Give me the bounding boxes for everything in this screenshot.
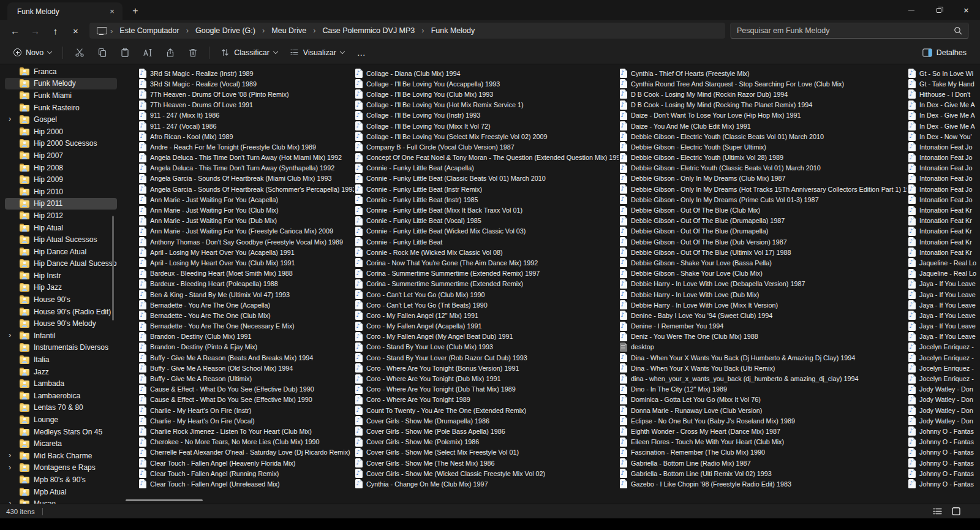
file-item[interactable]: Ann Marie - Just Waiting For You (Club M… xyxy=(138,205,354,215)
file-item[interactable]: Bernadette - You Are The One (Club Mix) xyxy=(138,310,354,320)
file-item[interactable]: Eclipse - No One But You (Baby J's Rosel… xyxy=(619,415,907,426)
file-item[interactable]: April - Losing My Heart Over You (Acapel… xyxy=(138,247,354,257)
up-button[interactable]: ↑ xyxy=(45,22,66,39)
file-item[interactable]: Intonation Feat Jo xyxy=(907,163,980,173)
file-item[interactable]: Angela Garcia - Sounds Of Heartbreak (Sc… xyxy=(138,184,354,194)
file-item[interactable]: In Dex - Give Me A xyxy=(907,110,980,121)
file-item[interactable]: Gazebo - I Like Chopin '98 (Freestyle Ra… xyxy=(619,479,907,489)
file-item[interactable]: Corina - Summertime Summertime (Extended… xyxy=(354,268,619,279)
file-item[interactable]: Angela Deluca - This Time Don't Turn Awa… xyxy=(138,153,354,163)
file-item[interactable]: Collage - I'll Be Loving You (Instr) 199… xyxy=(354,110,619,121)
file-item[interactable]: Ann Marie - Just Waiting For You (Acapel… xyxy=(138,194,354,205)
file-item[interactable]: Jocelyn Enriquez - xyxy=(907,363,980,373)
new-button[interactable]: Novo xyxy=(7,44,58,62)
sidebar-item-gospel[interactable]: ›Gospel xyxy=(5,113,117,126)
file-item[interactable]: Debbie Gibson - Electric Youth (Classic … xyxy=(619,131,907,142)
file-item[interactable]: Cynthia - Thief Of Hearts (Freestyle Mix… xyxy=(619,68,907,78)
chevron-right-icon[interactable]: › xyxy=(9,450,11,460)
file-item[interactable]: Anthony Thomas - Don't Say Goodbye (Free… xyxy=(138,237,354,247)
file-item[interactable]: Connie - Funky Little Beat (Classic Beat… xyxy=(354,173,619,184)
file-item[interactable]: Company B - Full Circle (Vocal Club Vers… xyxy=(354,142,619,152)
file-item[interactable]: Cherrelle Feat Alexander O'neal - Saturd… xyxy=(138,447,354,458)
file-item[interactable]: Clear Touch - Fallen Angel (Unreleased M… xyxy=(138,479,354,489)
file-item[interactable]: 7Th Heaven - Drums Of Love '08 (Pinto Re… xyxy=(138,89,354,99)
file-item[interactable]: Connie - Funky Little Beat xyxy=(354,237,619,247)
sidebar-item-hip-dance-atual-sucessos[interactable]: Hip Dance Atual Sucessos xyxy=(5,258,117,270)
file-item[interactable]: Cynthia Round Tree And Starquest - Stop … xyxy=(619,78,907,89)
file-item[interactable]: Intonation Feat Jo xyxy=(907,173,980,184)
sidebar-item-funk-miami[interactable]: Funk Miami xyxy=(5,89,117,102)
file-item[interactable]: Brandon - Destiny (Pinto & Ejay Mix) xyxy=(138,342,354,352)
sidebar-item-lambaerobica[interactable]: Lambaerobica xyxy=(5,390,117,402)
file-item[interactable]: Cover Girls - Show Me (The Nest Mix) 198… xyxy=(354,458,619,468)
file-item[interactable]: Cover Girls - Show Me (Polemix) 1986 xyxy=(354,437,619,447)
breadcrumb[interactable]: › Este Computador›Google Drive (G:)›Meu … xyxy=(89,23,725,39)
file-item[interactable]: Coro - Can't Let You Go (Tnt Beats) 1990 xyxy=(354,300,619,310)
sidebar-item-mpb-atual[interactable]: Mpb Atual xyxy=(5,486,117,498)
chevron-right-icon[interactable]: › xyxy=(9,114,11,123)
file-item[interactable]: Collage - I'll Be Loving You (Mixx It Vo… xyxy=(354,121,619,131)
file-item[interactable]: In Dex - Give Me A xyxy=(907,100,980,110)
thumbnail-view-icon[interactable] xyxy=(952,507,960,515)
file-item[interactable]: Corina - Now That You're Gone (The Aim D… xyxy=(354,257,619,268)
file-item[interactable]: Jody Watley - Don xyxy=(907,384,980,395)
sidebar-item-hip-2008[interactable]: Hip 2008 xyxy=(5,162,117,174)
file-item[interactable]: Intonation Feat Kr xyxy=(907,216,980,226)
file-item[interactable]: Cause & Effect - What Do You See (Effect… xyxy=(138,395,354,405)
file-item[interactable]: Johnny O - Fantas xyxy=(907,447,980,458)
cut-button[interactable] xyxy=(68,44,91,62)
file-item[interactable]: Coro - My Fallen Angel (My Angel Beat Du… xyxy=(354,331,619,342)
file-item[interactable]: Connie - Funky Little Beat (Acapella) xyxy=(354,163,619,173)
file-item[interactable]: Clear Touch - Fallen Angel (Heavenly Flo… xyxy=(138,458,354,468)
file-item[interactable]: Clear Touch - Fallen Angel (Running Remi… xyxy=(138,468,354,479)
sidebar-item-hip-2000[interactable]: Hip 2000 xyxy=(5,126,117,138)
details-pane-button[interactable]: Detalhes xyxy=(916,44,973,62)
file-item[interactable]: Coro - Can't Let You Go (Club Mix) 1990 xyxy=(354,289,619,300)
sidebar-item-hip-dance-atual[interactable]: Hip Dance Atual xyxy=(5,246,117,258)
file-item[interactable]: Concept Of One Feat Noel & Tony Moran - … xyxy=(354,153,619,163)
file-item[interactable]: Coro - Stand By Your Love (Club Mix) 199… xyxy=(354,342,619,352)
chevron-right-icon[interactable]: › xyxy=(9,330,11,339)
file-item[interactable]: Angela Garcia - Sounds Of Heartbreak (Mi… xyxy=(138,173,354,184)
file-item[interactable]: Debbie Gibson - Only In My Dreams (Prime… xyxy=(619,194,907,205)
sidebar-item-hip-2010[interactable]: Hip 2010 xyxy=(5,186,117,198)
sidebar-item-montagens-e-raps[interactable]: ›Montagens e Raps xyxy=(5,462,117,474)
file-item[interactable]: desktop xyxy=(619,342,907,352)
breadcrumb-item[interactable]: Case Polemmico DVJ MP3 xyxy=(318,26,420,35)
search-input[interactable] xyxy=(737,26,954,35)
details-view-icon[interactable] xyxy=(933,507,942,515)
file-item[interactable]: Charlie - My Heart's On Fire (Vocal) xyxy=(138,415,354,426)
file-item[interactable]: Fascination - Remember (The Club Mix) 19… xyxy=(619,447,907,458)
forward-button[interactable]: → xyxy=(25,22,45,39)
file-item[interactable]: Ben & King - Stand By Me (Ultimix Vol 47… xyxy=(138,289,354,300)
file-item[interactable]: D B Cook - Losing My Mind (Rocking The P… xyxy=(619,100,907,110)
file-item[interactable]: Debbie Gibson - Shake Your Love (Bassa P… xyxy=(619,257,907,268)
file-item[interactable]: Cover Girls - Show Me (Drumapella) 1986 xyxy=(354,415,619,426)
file-item[interactable]: Cause & Effect - What Do You See (Effect… xyxy=(138,384,354,395)
file-item[interactable]: Gabriella - Bottom Line (Ulti Remix Vol … xyxy=(619,468,907,479)
file-item[interactable]: Dino - In The City (12'' Mix) 1989 xyxy=(619,384,907,395)
sidebar-item-funk-melody[interactable]: Funk Melody xyxy=(5,78,117,90)
file-item[interactable]: Brandon - Destiny (Club Mix) 1991 xyxy=(138,331,354,342)
file-item[interactable]: Bernadette - You Are The One (Acapella) xyxy=(138,300,354,310)
file-item[interactable]: Jaya - If You Leave xyxy=(907,310,980,320)
file-item[interactable]: Dina - When Your X Wants You Back (Dj Hu… xyxy=(619,352,907,363)
file-item[interactable]: Johnny O - Fantas xyxy=(907,458,980,468)
file-item[interactable]: Coro - Where Are You Tonight (Bonus Vers… xyxy=(354,363,619,373)
file-item[interactable]: Daize - You And Me (Club Edit Mix) 1991 xyxy=(619,121,907,131)
file-item[interactable]: Buffy - Give Me A Reason (Beats And Brea… xyxy=(138,352,354,363)
sort-button[interactable]: Classificar xyxy=(214,44,284,62)
file-item[interactable]: Jocelyn Enriquez - xyxy=(907,352,980,363)
file-item[interactable]: Collage - I'll Be Loving You (Hot Mix Re… xyxy=(354,100,619,110)
file-item[interactable]: Dina - When Your X Wants You Back (Ulti … xyxy=(619,363,907,373)
file-item[interactable]: Debbie Gibson - Out Of The Blue (Club Mi… xyxy=(619,205,907,215)
restore-button[interactable] xyxy=(925,0,952,20)
file-item[interactable]: Collage - I'll Be Loving You (Club Mix) … xyxy=(354,89,619,99)
minimize-button[interactable] xyxy=(897,0,925,20)
sidebar-item-house-90-s-radio-edit-[interactable]: House 90's (Radio Edit) xyxy=(5,306,117,318)
horizontal-scrollbar[interactable] xyxy=(126,499,973,501)
sidebar-item-hip-2007[interactable]: Hip 2007 xyxy=(5,150,117,162)
file-item[interactable]: Angela Deluca - This Time Don't Turn Awa… xyxy=(138,163,354,173)
file-item[interactable]: Gabriella - Bottom Line (Radio Mix) 1987 xyxy=(619,458,907,468)
file-item[interactable]: Denine - Baby I Love You '94 (Sweet Club… xyxy=(619,310,907,320)
